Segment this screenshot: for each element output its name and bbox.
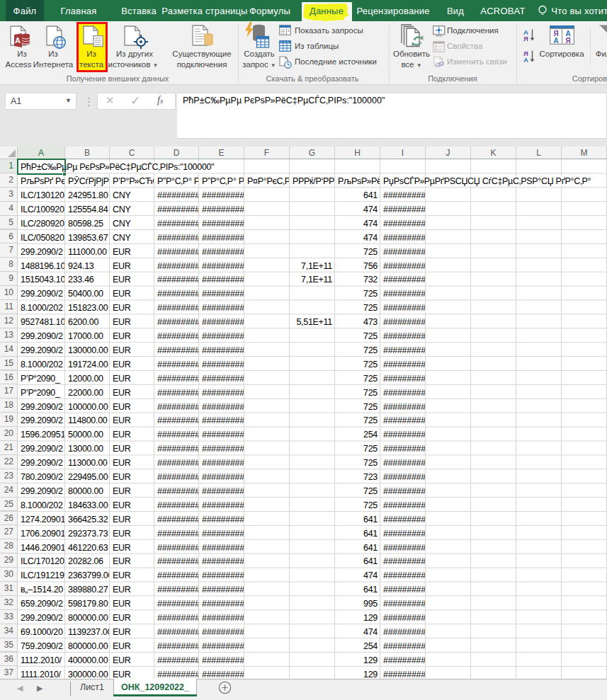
svg-text:Я: Я xyxy=(523,35,528,42)
svg-text:Я: Я xyxy=(565,37,570,45)
svg-text:А: А xyxy=(523,56,528,64)
svg-text:A: A xyxy=(15,36,21,45)
svg-text:А: А xyxy=(553,37,558,45)
